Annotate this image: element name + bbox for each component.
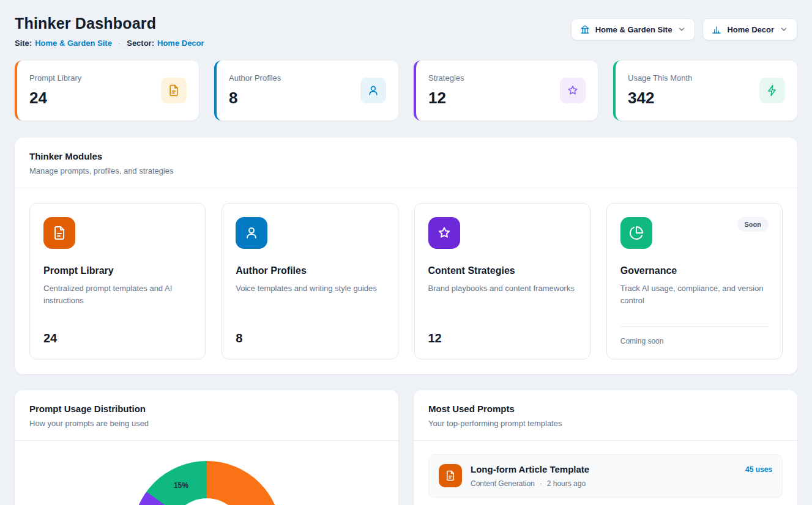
modules-panel-title: Thinker Modules [29,151,783,161]
stat-text: Author Profiles 8 [229,73,281,108]
module-description: Brand playbooks and content frameworks [428,282,576,295]
usage-distribution-card: Prompt Usage Distribution How your promp… [15,390,398,505]
module-description: Voice templates and writing style guides [236,282,384,295]
most-used-prompts-card: Most Used Prompts Your top-performing pr… [414,390,797,505]
usage-card-subtitle: How your prompts are being used [29,419,384,428]
modules-grid: Prompt Library Centralized prompt templa… [15,188,797,374]
site-selector-label: Home & Garden Site [595,25,672,34]
bar-chart-icon [712,24,721,34]
module-card-top: Soon [620,217,769,249]
header-selectors: Home & Garden Site Home Decor [571,18,797,40]
breadcrumb: Site: Home & Garden Site · Sector: Home … [15,39,204,48]
page-title: Thinker Dashboard [15,15,204,32]
stat-label: Strategies [428,73,464,83]
stat-value: 342 [628,89,692,108]
stat-label: Prompt Library [29,73,81,83]
stat-text: Strategies 12 [428,73,464,108]
donut-label: 15% [174,481,188,490]
module-count: 12 [428,331,576,345]
stat-card-strategies: Strategies 12 [414,61,598,120]
building-icon [580,24,590,34]
bottom-row: Prompt Usage Distribution How your promp… [15,390,797,505]
user-icon [236,217,267,249]
prompts-card-subtitle: Your top-performing prompt templates [428,419,783,428]
module-card-governance[interactable]: Soon Governance Track AI usage, complian… [606,203,783,359]
prompt-list: Long-form Article Template Content Gener… [414,441,797,505]
meta-separator: · [540,479,542,488]
module-description: Track AI usage, compliance, and version … [620,282,769,307]
stat-text: Usage This Month 342 [628,73,692,108]
prompts-card-header: Most Used Prompts Your top-performing pr… [414,390,797,440]
modules-panel-subtitle: Manage prompts, profiles, and strategies [29,166,783,175]
document-icon [439,464,462,487]
chevron-down-icon [780,25,788,34]
site-link[interactable]: Home & Garden Site [35,39,112,48]
pie-chart-icon [620,217,652,249]
module-card-top [43,217,192,249]
sector-selector-label: Home Decor [727,25,774,34]
prompt-item-body: Long-form Article Template Content Gener… [471,464,737,488]
stat-value: 24 [29,89,81,108]
header: Thinker Dashboard Site: Home & Garden Si… [15,13,797,48]
divider [15,440,398,441]
site-label: Site: [15,39,32,48]
module-title: Content Strategies [428,265,576,276]
user-icon [360,78,386,103]
sector-link[interactable]: Home Decor [157,39,204,48]
chevron-down-icon [677,25,686,34]
coming-soon-text: Coming soon [620,326,769,345]
header-left: Thinker Dashboard Site: Home & Garden Si… [15,13,204,48]
usage-card-title: Prompt Usage Distribution [29,404,384,414]
thinker-modules-panel: Thinker Modules Manage prompts, profiles… [15,138,797,374]
thinker-dashboard-page: Thinker Dashboard Site: Home & Garden Si… [0,0,812,505]
module-card-top [428,217,576,249]
module-card-top [236,217,384,249]
site-selector-dropdown[interactable]: Home & Garden Site [571,18,696,40]
document-icon [161,78,187,103]
sector-selector-dropdown[interactable]: Home Decor [702,18,797,40]
stat-card-prompt-library: Prompt Library 24 [15,61,199,120]
stat-value: 8 [229,89,281,108]
sparkle-icon [428,217,460,249]
stat-text: Prompt Library 24 [29,73,81,108]
module-count: 8 [236,331,384,345]
stats-row: Prompt Library 24 Author Profiles 8 Stra… [15,61,797,120]
module-card-prompt-library[interactable]: Prompt Library Centralized prompt templa… [29,203,206,359]
prompt-list-item[interactable]: Long-form Article Template Content Gener… [428,454,783,498]
breadcrumb-separator: · [118,39,121,48]
sparkle-icon [560,78,586,103]
module-description: Centralized prompt templates and AI inst… [43,282,192,307]
prompt-item-title: Long-form Article Template [471,464,737,474]
module-card-author-profiles[interactable]: Author Profiles Voice templates and writ… [222,203,398,359]
prompt-item-time: 2 hours ago [547,479,586,488]
modules-panel-header: Thinker Modules Manage prompts, profiles… [15,138,797,188]
prompt-item-category: Content Generation [471,479,535,488]
stat-card-author-profiles: Author Profiles 8 [214,61,398,120]
stat-label: Usage This Month [628,73,692,83]
soon-badge: Soon [737,217,769,232]
module-title: Governance [620,265,769,276]
sector-label: Sector: [127,39,154,48]
stat-card-usage: Usage This Month 342 [613,61,797,120]
usage-card-header: Prompt Usage Distribution How your promp… [15,390,398,440]
prompt-item-meta: Content Generation · 2 hours ago [471,479,737,488]
module-title: Prompt Library [43,265,192,276]
module-card-content-strategies[interactable]: Content Strategies Brand playbooks and c… [414,203,590,359]
stat-label: Author Profiles [229,73,281,83]
prompt-item-uses: 45 uses [745,465,772,474]
module-count: 24 [43,331,192,345]
stat-value: 12 [428,89,464,108]
donut-chart-wrap: 15% [132,461,281,505]
module-title: Author Profiles [236,265,384,276]
document-icon [43,217,75,249]
bolt-icon [759,78,785,103]
prompts-card-title: Most Used Prompts [428,404,783,414]
